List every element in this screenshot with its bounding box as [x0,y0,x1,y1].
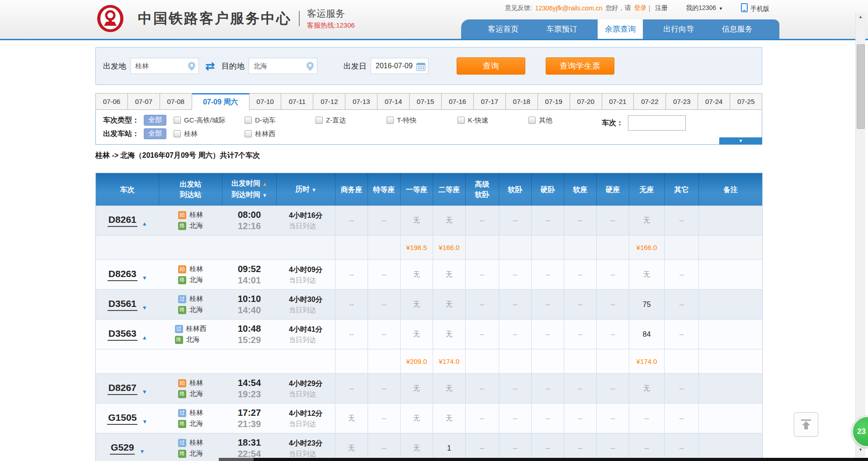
filter-station-桂林西[interactable]: 桂林西 [245,130,316,138]
date-tab-07-23[interactable]: 07-23 [666,93,698,110]
date-tab-07-09[interactable]: 07-09 周六 [192,93,250,110]
to-station-input[interactable]: 北海 [249,58,317,74]
date-tab-07-06[interactable]: 07-06 [95,93,128,110]
same-day-note: 当日到达 [289,275,323,285]
column-header-seat-7: 硬卧 [532,173,564,206]
date-tab-07-08[interactable]: 07-08 [160,93,192,110]
nav-tab-3[interactable]: 余票查询 [598,19,643,39]
expand-row-icon[interactable]: ▼ [142,305,147,311]
station-name: 北海 [186,335,200,344]
brand-title: 中国铁路客户服务中心 [138,9,292,28]
seat-cell: 无 [401,433,433,461]
query-student-button[interactable]: 查询学生票 [546,57,614,75]
expand-row-icon[interactable]: ▼ [142,419,147,425]
seat-cell: -- [629,433,665,461]
seat-cell: -- [532,374,564,404]
chat-badge[interactable]: 23 [852,416,868,447]
filter-station-桂林[interactable]: 桂林 [174,130,245,138]
checkbox-icon [387,117,394,124]
train-link-D8267[interactable]: D8267 [108,382,137,395]
query-button[interactable]: 查询 [457,57,525,75]
my-12306-menu[interactable]: 我的12306▼ [686,4,723,12]
date-tab-07-18[interactable]: 07-18 [506,93,538,110]
date-tab-07-22[interactable]: 07-22 [634,93,666,110]
train-link-D8263[interactable]: D8263 [108,268,137,281]
nav-tab-5[interactable]: 信息服务 [715,19,760,39]
date-tab-07-12[interactable]: 07-12 [313,93,345,110]
from-station-input[interactable]: 桂林 [130,58,199,74]
filter-type-T-特快[interactable]: T-特快 [387,116,458,125]
brand-block: 中国铁路客户服务中心 客运服务 客服热线:12306 [96,4,355,33]
calendar-icon[interactable] [416,62,425,71]
collapse-row-icon[interactable]: ▲ [142,334,147,341]
scrollbar-thumb[interactable] [857,44,865,129]
seat-cell: 无 [433,260,466,290]
nav-tab-2[interactable]: 车票预订 [539,19,585,39]
date-tab-07-19[interactable]: 07-19 [538,93,570,110]
filter-type-其他[interactable]: 其他 [528,116,599,125]
date-tab-07-25[interactable]: 07-25 [730,93,762,110]
swap-stations-icon[interactable]: ⇄ [205,60,215,72]
register-link[interactable]: 注册 [655,4,668,12]
seat-cell: 无 [433,206,466,235]
date-tab-07-16[interactable]: 07-16 [442,93,474,110]
sort-asc-icon[interactable]: ▲ [262,181,267,187]
seat-cell: 无 [401,404,433,433]
seat-cell: 无 [433,320,466,349]
sort-desc-icon[interactable]: ▼ [311,187,316,193]
filter-expand-button[interactable]: ▼ [719,137,762,145]
remark-cell [699,290,763,320]
expand-row-icon[interactable]: ▼ [142,275,147,281]
train-number-input[interactable] [628,115,686,131]
nav-tab-4[interactable]: 出行向导 [656,19,701,39]
seat-cell: 84 [629,320,665,349]
depart-station-all-badge[interactable]: 全部 [144,128,166,139]
remark-cell [699,206,763,235]
date-tab-07-13[interactable]: 07-13 [345,93,377,110]
seat-cell: 无 [629,206,665,235]
feedback-email-link[interactable]: 12306yjfk@rails.com.cn [535,5,603,12]
train-link-D8261[interactable]: D8261 [108,214,137,227]
station-name: 北海 [189,306,203,314]
expand-row-icon[interactable]: ▼ [139,448,145,455]
date-tab-07-24[interactable]: 07-24 [698,93,730,110]
filter-type-GC-高铁/城际[interactable]: GC-高铁/城际 [174,116,245,125]
price-cell [564,349,597,374]
scroll-up-icon[interactable]: ▲ [856,13,865,21]
seat-cell: -- [368,374,401,404]
china-railway-logo[interactable] [96,5,124,33]
date-tabs: 07-0607-0707-0807-09 周六07-1007-1107-1207… [95,93,762,110]
station-badge-icon: 过 [175,325,183,333]
train-link-G1505[interactable]: G1505 [107,412,137,425]
column-header-seat-2: 特等座 [368,173,401,206]
nav-tab-1[interactable]: 客运首页 [481,19,526,39]
date-label: 出发日 [344,61,367,71]
date-tab-07-15[interactable]: 07-15 [410,93,442,110]
date-tab-07-14[interactable]: 07-14 [377,93,410,110]
date-tab-07-11[interactable]: 07-11 [281,93,313,110]
login-link[interactable]: 登录 [634,4,647,12]
train-link-D3561[interactable]: D3561 [108,298,137,311]
expand-row-icon[interactable]: ▼ [142,389,147,395]
seat-cell: -- [532,433,564,461]
filter-type-Z-直达[interactable]: Z-直达 [316,116,387,125]
train-type-all-badge[interactable]: 全部 [144,115,166,126]
date-tab-07-10[interactable]: 07-10 [250,93,282,110]
train-link-D3563[interactable]: D3563 [108,328,137,341]
date-tab-07-07[interactable]: 07-07 [128,93,160,110]
date-tab-07-21[interactable]: 07-21 [602,93,634,110]
duration-text: 4小时30分 [289,294,323,305]
station-badge-icon: 始 [178,211,186,219]
back-to-top-button[interactable] [794,412,818,437]
date-tab-07-17[interactable]: 07-17 [474,93,506,110]
train-link-G529[interactable]: G529 [110,442,135,455]
vertical-scrollbar[interactable]: ▲ ▼ [855,13,865,457]
collapse-row-icon[interactable]: ▲ [142,221,147,227]
filter-type-K-快速[interactable]: K-快速 [458,116,528,125]
date-tab-07-20[interactable]: 07-20 [570,93,602,110]
sort-desc-icon[interactable]: ▼ [262,193,267,198]
duration-text: 4小时16分 [289,210,323,221]
depart-date-input[interactable]: 2016-07-09 [371,58,429,74]
mobile-version-link[interactable]: 手机版 [741,3,769,13]
filter-type-D-动车[interactable]: D-动车 [245,116,316,125]
